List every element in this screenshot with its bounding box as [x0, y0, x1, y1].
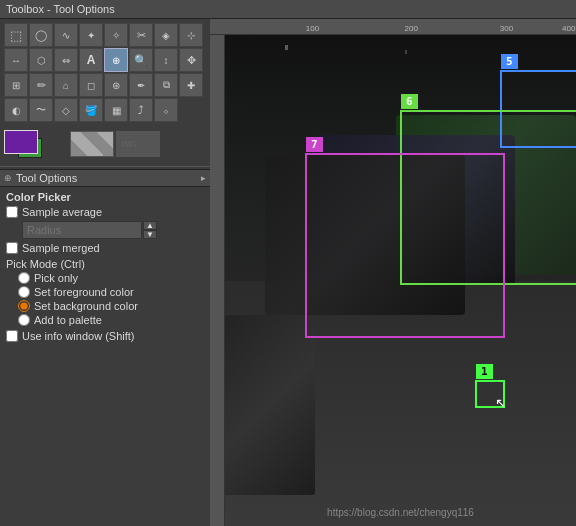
tool-measure[interactable]: ↕: [154, 48, 178, 72]
tool-ellipse-select[interactable]: ◯: [29, 23, 53, 47]
tool-rect-select[interactable]: ⬚: [4, 23, 28, 47]
tool-paths[interactable]: ⤴: [129, 98, 153, 122]
ruler-tick-300: 300: [500, 24, 513, 33]
ruler-tick-400: 400: [562, 24, 575, 33]
sample-average-checkbox[interactable]: [6, 206, 18, 218]
tool-sharpen[interactable]: ◇: [54, 98, 78, 122]
radius-row: ▲ ▼: [22, 221, 204, 239]
set-foreground-radio[interactable]: [18, 286, 30, 298]
tool-color-picker[interactable]: ⊕: [104, 48, 128, 72]
set-foreground-label: Set foreground color: [34, 286, 134, 298]
tool-eraser[interactable]: ◻: [79, 73, 103, 97]
tool-crop[interactable]: ⊹: [179, 23, 203, 47]
set-foreground-option[interactable]: Set foreground color: [18, 286, 204, 298]
toolbox: ⬚ ◯ ∿ ✦ ✧ ✂ ◈ ⊹ ↔ ⬡ ⇔ A ⊕ 🔍 ↕ ✥ ⊞ ✏ ⌂ ◻ …: [0, 19, 210, 124]
tool-flip[interactable]: ⇔: [54, 48, 78, 72]
tool-free-select[interactable]: ∿: [54, 23, 78, 47]
use-info-window-label: Use info window (Shift): [22, 330, 135, 342]
watermark: https://blog.csdn.net/chengyq116: [327, 507, 474, 518]
titlebar: Toolbox - Tool Options: [0, 0, 576, 19]
left-panel: ⬚ ◯ ∿ ✦ ✧ ✂ ◈ ⊹ ↔ ⬡ ⇔ A ⊕ 🔍 ↕ ✥ ⊞ ✏ ⌂ ◻ …: [0, 19, 210, 526]
tool-clone[interactable]: ⧉: [154, 73, 178, 97]
ruler-left: [210, 35, 225, 526]
tool-zoom[interactable]: 🔍: [129, 48, 153, 72]
tool-scissors[interactable]: ✂: [129, 23, 153, 47]
tool-move[interactable]: ✥: [179, 48, 203, 72]
tool-options-header: ⊕ Tool Options ▸: [0, 169, 210, 187]
titlebar-label: Toolbox - Tool Options: [6, 3, 115, 15]
radius-input[interactable]: [22, 221, 142, 239]
ruler-tick-200: 200: [405, 24, 418, 33]
canvas-image[interactable]: 5 6 7 1 ↖ https://blog.csdn.net/chengyq1…: [225, 35, 576, 526]
tool-ink[interactable]: ✒: [129, 73, 153, 97]
foreground-color-box[interactable]: [4, 130, 38, 154]
pick-only-radio[interactable]: [18, 272, 30, 284]
detection-box-7: 7: [305, 153, 505, 338]
canvas-area[interactable]: 100 200 300 400: [210, 19, 576, 526]
detection-label-6: 6: [401, 94, 418, 109]
set-background-radio[interactable]: [18, 300, 30, 312]
detection-label-5: 5: [501, 54, 518, 69]
tool-options-expand[interactable]: ▸: [201, 173, 206, 183]
tool-foreground-select[interactable]: ◈: [154, 23, 178, 47]
tool-paintbrush[interactable]: ⌂: [54, 73, 78, 97]
add-to-palette-label: Add to palette: [34, 314, 102, 326]
tool-bucket[interactable]: 🪣: [79, 98, 103, 122]
tool-dodge-burn[interactable]: ◐: [4, 98, 28, 122]
set-background-label: Set background color: [34, 300, 138, 312]
tool-pencil[interactable]: ✏: [29, 73, 53, 97]
tool-heal[interactable]: ✚: [179, 73, 203, 97]
pick-only-label: Pick only: [34, 272, 78, 284]
pattern-box-2[interactable]: [116, 131, 160, 157]
main-layout: ⬚ ◯ ∿ ✦ ✧ ✂ ◈ ⊹ ↔ ⬡ ⇔ A ⊕ 🔍 ↕ ✥ ⊞ ✏ ⌂ ◻ …: [0, 19, 576, 526]
tool-fuzzy-select[interactable]: ✦: [79, 23, 103, 47]
pick-only-option[interactable]: Pick only: [18, 272, 204, 284]
add-to-palette-option[interactable]: Add to palette: [18, 314, 204, 326]
detection-box-1: 1: [475, 380, 505, 408]
sample-average-option[interactable]: Sample average: [6, 206, 204, 218]
sample-average-label: Sample average: [22, 206, 102, 218]
ruler-tick-100: 100: [306, 24, 319, 33]
tool-smudge[interactable]: 〜: [29, 98, 53, 122]
tool-align[interactable]: ⊞: [4, 73, 28, 97]
tool-blend[interactable]: ▦: [104, 98, 128, 122]
radius-up-btn[interactable]: ▲: [143, 221, 157, 230]
color-picker-title: Color Picker: [6, 191, 204, 203]
detection-label-1: 1: [476, 364, 493, 379]
sample-merged-checkbox[interactable]: [6, 242, 18, 254]
divider-1: [0, 166, 210, 167]
use-info-window-checkbox[interactable]: [6, 330, 18, 342]
tool-airbrush[interactable]: ⊛: [104, 73, 128, 97]
tool-perspective[interactable]: ⬡: [29, 48, 53, 72]
add-to-palette-radio[interactable]: [18, 314, 30, 326]
tool-text[interactable]: A: [79, 48, 103, 72]
pattern-box-1[interactable]: [70, 131, 114, 157]
sample-merged-label: Sample merged: [22, 242, 100, 254]
tool-paint-select[interactable]: ⬦: [154, 98, 178, 122]
pick-mode-label: Pick Mode (Ctrl): [6, 258, 204, 270]
tool-options-title: Tool Options: [16, 172, 77, 184]
sample-merged-option[interactable]: Sample merged: [6, 242, 204, 254]
set-background-option[interactable]: Set background color: [18, 300, 204, 312]
ruler-top: 100 200 300 400: [210, 19, 576, 35]
tool-options-content: Color Picker Sample average ▲ ▼ Sample m…: [0, 187, 210, 526]
tool-transform[interactable]: ↔: [4, 48, 28, 72]
use-info-window-option[interactable]: Use info window (Shift): [6, 330, 204, 342]
detection-label-7: 7: [306, 137, 323, 152]
color-swatches: [0, 124, 210, 164]
tool-icon: ⊕: [4, 173, 12, 183]
tool-select-by-color[interactable]: ✧: [104, 23, 128, 47]
radius-down-btn[interactable]: ▼: [143, 230, 157, 239]
